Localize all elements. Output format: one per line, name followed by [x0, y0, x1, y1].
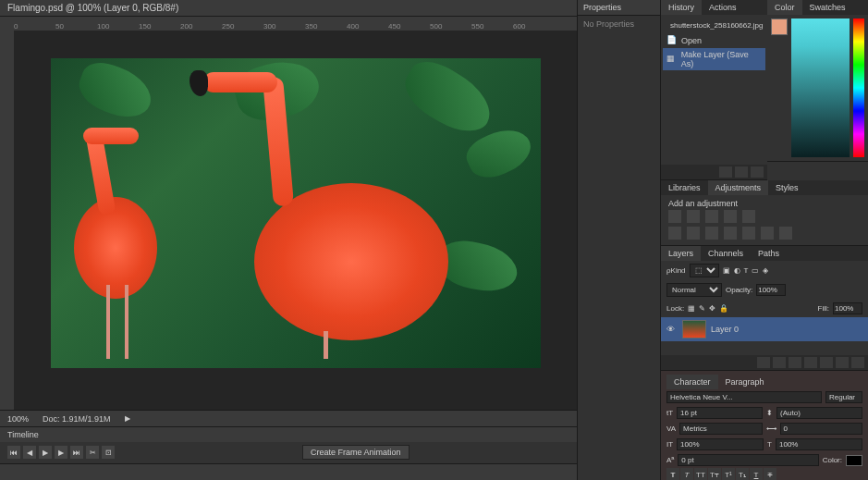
zoom-level[interactable]: 100% [7, 414, 29, 424]
layer-icon: ▦ [666, 54, 678, 65]
timeline-tab[interactable]: Timeline [0, 427, 577, 442]
font-size[interactable]: 16 pt [677, 407, 763, 419]
filter-type-icon[interactable]: T [744, 266, 749, 275]
layer-thumbnail[interactable] [682, 320, 706, 338]
channels-tab[interactable]: Channels [701, 246, 751, 261]
timeline-cut-icon[interactable]: ✂ [86, 446, 99, 459]
lock-all-icon[interactable]: 🔒 [719, 304, 728, 313]
swatches-tab[interactable]: Swatches [802, 0, 853, 15]
tracking[interactable]: 0 [780, 423, 862, 435]
layers-tab[interactable]: Layers [661, 246, 701, 261]
filter-pixel-icon[interactable]: ▣ [723, 266, 730, 275]
baseline-shift[interactable]: 0 pt [678, 454, 818, 466]
open-icon: 📄 [666, 35, 678, 46]
new-layer-icon[interactable] [836, 357, 849, 368]
history-snapshot[interactable]: shutterstock_258160662.jpg [663, 17, 765, 33]
timeline-transition-icon[interactable]: ⊡ [102, 446, 115, 459]
bold-button[interactable]: T [666, 468, 679, 480]
smallcaps-button[interactable]: Tᴛ [708, 468, 721, 480]
character-tab[interactable]: Character [666, 375, 718, 389]
adjust-layer-icon[interactable] [804, 357, 817, 368]
leading[interactable]: (Auto) [776, 407, 862, 419]
document-tab[interactable]: Flamingo.psd @ 100% (Layer 0, RGB/8#) [0, 0, 577, 17]
curves-icon[interactable] [705, 210, 718, 223]
timeline-last-icon[interactable]: ⏭ [70, 446, 83, 459]
subscript-button[interactable]: T₁ [736, 468, 749, 480]
channelmixer-icon[interactable] [742, 227, 755, 240]
levels-icon[interactable] [687, 210, 700, 223]
canvas[interactable] [14, 31, 577, 410]
hue-icon[interactable] [668, 227, 681, 240]
layer-name[interactable]: Layer 0 [711, 325, 739, 334]
exposure-icon[interactable] [724, 210, 737, 223]
vibrance-icon[interactable] [742, 210, 755, 223]
kerning[interactable]: Metrics [679, 423, 762, 435]
allcaps-button[interactable]: TT [694, 468, 707, 480]
history-tab[interactable]: History [661, 0, 702, 15]
layer-filter[interactable]: ⬚ [690, 264, 719, 277]
timeline-prev-icon[interactable]: ◀ [23, 446, 36, 459]
delete-layer-icon[interactable] [851, 357, 864, 368]
photo-content [51, 58, 541, 368]
trash-icon[interactable] [751, 166, 764, 178]
strikethrough-button[interactable]: T [764, 468, 776, 480]
paths-tab[interactable]: Paths [751, 246, 787, 261]
colorbalance-icon[interactable] [687, 227, 700, 240]
italic-button[interactable]: T [680, 468, 693, 480]
lock-paint-icon[interactable]: ✎ [699, 304, 705, 313]
timeline-play-icon[interactable]: ▶ [39, 446, 52, 459]
bw-icon[interactable] [705, 227, 718, 240]
timeline-first-icon[interactable]: ⏮ [7, 446, 20, 459]
styles-tab[interactable]: Styles [768, 180, 806, 195]
opacity-input[interactable] [756, 284, 786, 296]
bottom-bar [0, 463, 577, 480]
color-picker[interactable] [791, 18, 850, 157]
text-color[interactable] [846, 455, 862, 466]
vscale[interactable]: 100% [677, 438, 764, 450]
blend-mode[interactable]: Normal [666, 283, 722, 297]
properties-empty: No Properties [578, 16, 660, 32]
mask-icon[interactable] [789, 357, 801, 368]
photofilter-icon[interactable] [724, 227, 737, 240]
lock-pos-icon[interactable]: ✥ [709, 304, 715, 313]
properties-tab[interactable]: Properties [578, 0, 660, 16]
superscript-button[interactable]: T¹ [722, 468, 735, 480]
invert-icon[interactable] [779, 227, 792, 240]
camera-icon[interactable] [719, 166, 732, 178]
color-tab[interactable]: Color [767, 0, 802, 15]
adjustments-tab[interactable]: Adjustments [708, 180, 769, 195]
hue-slider[interactable] [853, 18, 864, 157]
underline-button[interactable]: T [750, 468, 763, 480]
history-item-make-layer[interactable]: ▦ Make Layer (Save As) [663, 48, 765, 70]
libraries-tab[interactable]: Libraries [661, 180, 708, 195]
colorlookup-icon[interactable] [761, 227, 774, 240]
paragraph-tab[interactable]: Paragraph [718, 375, 772, 389]
lock-trans-icon[interactable]: ▦ [688, 304, 695, 313]
filter-shape-icon[interactable]: ▭ [752, 266, 759, 275]
foreground-color[interactable] [771, 18, 788, 35]
font-style[interactable]: Regular [825, 391, 862, 403]
actions-tab[interactable]: Actions [702, 0, 744, 15]
visibility-icon[interactable]: 👁 [666, 325, 678, 334]
fx-icon[interactable] [773, 357, 786, 368]
ruler-horizontal: 050100 150200250 300350400 450500550 600 [0, 17, 577, 31]
ruler-vertical [0, 31, 14, 410]
new-snapshot-icon[interactable] [735, 166, 748, 178]
font-family[interactable]: Helvetica Neue V... [666, 391, 822, 403]
timeline-next-icon[interactable]: ▶ [55, 446, 67, 459]
add-adjustment-label: Add an adjustment [668, 199, 861, 208]
history-item-open[interactable]: 📄 Open [663, 33, 765, 48]
hscale[interactable]: 100% [776, 438, 862, 450]
filter-adj-icon[interactable]: ◐ [734, 266, 740, 275]
filter-smart-icon[interactable]: ◈ [763, 266, 768, 275]
group-icon[interactable] [820, 357, 833, 368]
doc-size: Doc: 1.91M/1.91M [43, 414, 111, 424]
layer-row[interactable]: 👁 Layer 0 [661, 317, 868, 341]
create-frame-animation-button[interactable]: Create Frame Animation [302, 445, 410, 460]
fill-input[interactable] [833, 302, 862, 314]
link-icon[interactable] [757, 357, 770, 368]
brightness-icon[interactable] [668, 210, 681, 223]
